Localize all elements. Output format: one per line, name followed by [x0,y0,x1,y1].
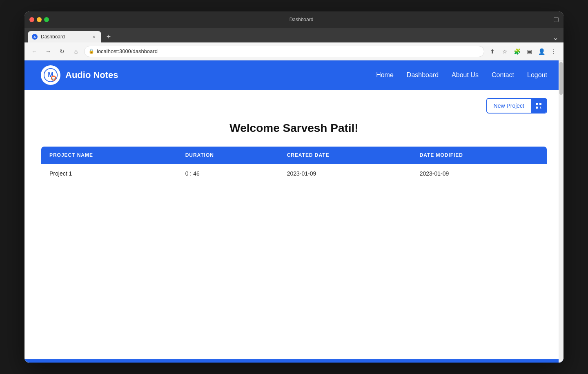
col-created-date: CREATED DATE [279,147,412,164]
nav-links: Home Dashboard About Us Contact Logout [376,71,547,79]
col-project-name: PROJECT NAME [41,147,177,164]
svg-rect-5 [539,103,541,105]
home-button[interactable]: ⌂ [70,46,82,57]
more-options-button[interactable]: ⋮ [548,46,559,57]
page-wrapper: M 💬 Audio Notes Home Dashboard About Us … [24,60,564,363]
nav-dashboard[interactable]: Dashboard [407,71,439,79]
svg-rect-6 [536,107,538,109]
maximize-traffic-light[interactable] [44,17,49,22]
back-button[interactable]: ← [29,46,40,57]
nav-header: M 💬 Audio Notes Home Dashboard About Us … [24,60,564,90]
col-duration: DURATION [177,147,279,164]
minimize-traffic-light[interactable] [37,17,42,22]
address-bar[interactable]: 🔒 localhost:3000/dashboard [84,46,484,57]
welcome-title: Welcome Sarvesh Patil! [41,122,547,135]
share-button[interactable]: ⬆ [487,46,498,57]
nav-contact[interactable]: Contact [492,71,514,79]
main-content: New Project Welcome S [24,90,564,359]
logo-svg: M 💬 [43,68,58,82]
projects-table: PROJECT NAME DURATION CREATED DATE DATE … [41,146,547,184]
close-traffic-light[interactable] [29,17,34,22]
window-controls [554,17,559,22]
tab-favicon: A [32,34,38,40]
scroll-thumb[interactable] [559,62,563,95]
table-header-row: PROJECT NAME DURATION CREATED DATE DATE … [41,147,547,164]
tab-title-text: Dashboard [41,34,65,40]
browser-toolbar: ← → ↻ ⌂ 🔒 localhost:3000/dashboard ⬆ ☆ 🧩… [24,42,564,60]
cell-created-date: 2023-01-09 [279,164,412,184]
browser-tab-active[interactable]: A Dashboard × [28,31,101,42]
lock-icon: 🔒 [89,49,94,54]
grid-plus-icon [535,102,542,109]
app-logo: M 💬 [41,65,60,85]
app-name: Audio Notes [65,70,118,80]
cell-project-name: Project 1 [41,164,177,184]
cell-duration: 0 : 46 [177,164,279,184]
browser-titlebar: Dashboard [24,11,564,28]
url-text: localhost:3000/dashboard [97,48,158,54]
col-date-modified: DATE MODIFIED [412,147,547,164]
nav-logout[interactable]: Logout [527,71,547,79]
toolbar-actions: ⬆ ☆ 🧩 ▣ 👤 ⋮ [487,46,559,57]
new-project-icon [531,99,546,113]
svg-rect-4 [536,103,538,105]
tab-favicon-letter: A [33,35,36,39]
window-title: Dashboard [290,17,314,22]
logo-area: M 💬 Audio Notes [41,65,118,85]
new-project-button[interactable]: New Project [486,98,547,114]
top-bar: New Project [41,98,547,114]
page-footer [24,359,564,363]
browser-tab-bar: A Dashboard × + ⌄ [24,28,564,42]
tab-bar-more[interactable]: ⌄ [550,33,560,42]
refresh-button[interactable]: ↻ [56,46,68,57]
table-body: Project 1 0 : 46 2023-01-09 2023-01-09 [41,164,547,184]
nav-home[interactable]: Home [376,71,394,79]
reader-view-button[interactable]: ▣ [523,46,535,57]
forward-button[interactable]: → [42,46,54,57]
traffic-lights [29,17,49,22]
cell-date-modified: 2023-01-09 [412,164,547,184]
extensions-button[interactable]: 🧩 [511,46,523,57]
bookmark-button[interactable]: ☆ [499,46,510,57]
new-project-label[interactable]: New Project [487,99,531,112]
table-header: PROJECT NAME DURATION CREATED DATE DATE … [41,147,547,164]
tab-close-button[interactable]: × [91,33,97,40]
page-content: M 💬 Audio Notes Home Dashboard About Us … [24,60,564,363]
scrollbar[interactable] [559,60,564,363]
svg-text:💬: 💬 [51,76,56,81]
nav-about-us[interactable]: About Us [452,71,479,79]
new-tab-button[interactable]: + [103,31,114,42]
svg-rect-8 [540,107,541,108]
table-row[interactable]: Project 1 0 : 46 2023-01-09 2023-01-09 [41,164,547,184]
profile-button[interactable]: 👤 [536,46,547,57]
